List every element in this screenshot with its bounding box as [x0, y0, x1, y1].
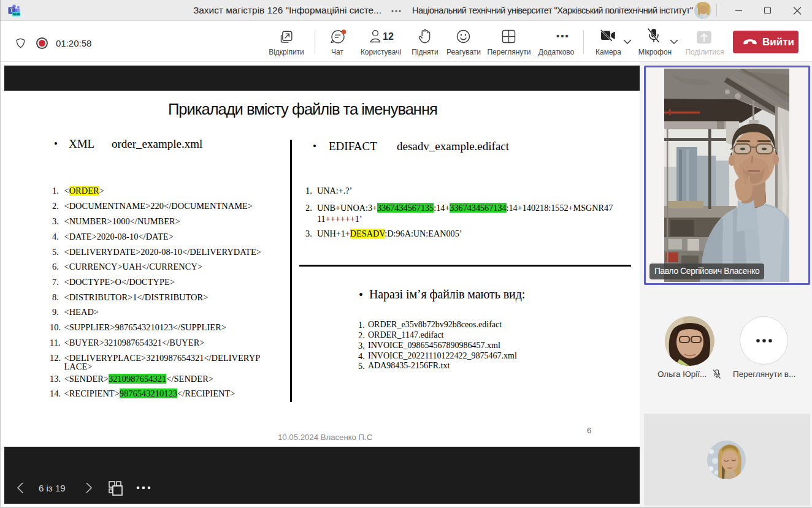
svg-text:NEW: NEW — [13, 13, 20, 16]
